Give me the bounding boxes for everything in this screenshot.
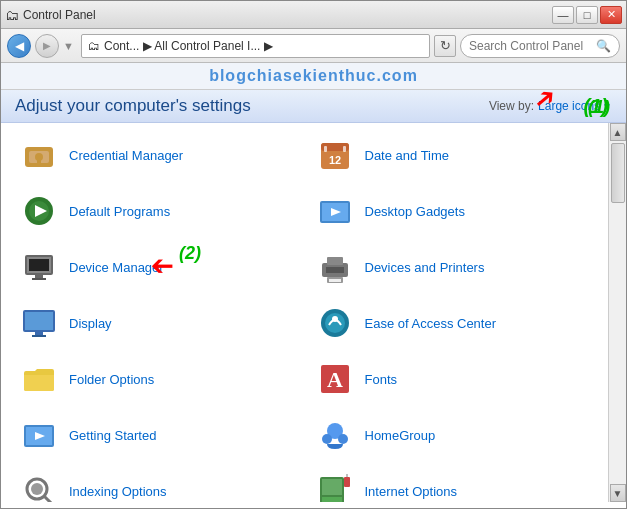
date-and-time-label: Date and Time xyxy=(365,148,450,163)
svg-point-39 xyxy=(338,434,348,444)
annotation-2-label: (2) xyxy=(179,243,201,264)
ease-of-access-center-icon xyxy=(315,303,355,343)
svg-rect-18 xyxy=(35,275,43,278)
svg-rect-3 xyxy=(37,159,41,164)
window-title: Control Panel xyxy=(23,8,96,22)
svg-rect-46 xyxy=(344,477,350,487)
maximize-button[interactable]: □ xyxy=(576,6,598,24)
window-icon: 🗂 xyxy=(5,7,19,23)
address-bar: ◀ ▶ ▼ 🗂 Cont... ▶ All Control Panel I...… xyxy=(1,29,626,63)
svg-rect-19 xyxy=(32,278,46,280)
desktop-gadgets-icon xyxy=(315,191,355,231)
devices-and-printers-label: Devices and Printers xyxy=(365,260,485,275)
device-manager-icon xyxy=(19,247,59,287)
svg-line-41 xyxy=(44,496,52,502)
cp-item-date-and-time[interactable]: 12Date and Time xyxy=(305,127,601,183)
scrollbar-thumb[interactable] xyxy=(611,143,625,203)
dropdown-arrow[interactable]: ▼ xyxy=(63,39,77,53)
cp-item-default-programs[interactable]: Default Programs xyxy=(9,183,305,239)
svg-rect-28 xyxy=(32,335,46,337)
svg-point-42 xyxy=(31,483,43,495)
breadcrumb[interactable]: 🗂 Cont... ▶ All Control Panel I... ▶ xyxy=(81,34,430,58)
svg-rect-21 xyxy=(326,267,344,273)
annotation-1-label: (1) xyxy=(588,97,610,118)
indexing-options-label: Indexing Options xyxy=(69,484,167,499)
breadcrumb-text: Cont... ▶ All Control Panel I... ▶ xyxy=(104,39,273,53)
homegroup-label: HomeGroup xyxy=(365,428,436,443)
svg-rect-45 xyxy=(322,497,342,502)
title-bar: 🗂 Control Panel — □ ✕ xyxy=(1,1,626,29)
search-input[interactable] xyxy=(469,39,592,53)
credential-manager-label: Credential Manager xyxy=(69,148,183,163)
display-icon xyxy=(19,303,59,343)
default-programs-icon xyxy=(19,191,59,231)
devices-and-printers-icon xyxy=(315,247,355,287)
close-button[interactable]: ✕ xyxy=(600,6,622,24)
svg-rect-6 xyxy=(324,146,327,152)
svg-text:A: A xyxy=(327,367,343,392)
main-content: Credential Manager12Date and TimeDefault… xyxy=(1,123,626,502)
svg-rect-17 xyxy=(29,259,49,271)
scrollbar-track: ▲ ▼ xyxy=(608,123,626,502)
minimize-button[interactable]: — xyxy=(552,6,574,24)
cp-item-desktop-gadgets[interactable]: Desktop Gadgets xyxy=(305,183,601,239)
indexing-options-icon xyxy=(19,471,59,502)
cp-item-credential-manager[interactable]: Credential Manager xyxy=(9,127,305,183)
panel-title: Adjust your computer's settings xyxy=(15,96,251,116)
svg-point-38 xyxy=(322,434,332,444)
refresh-button[interactable]: ↻ xyxy=(434,35,456,57)
homegroup-icon xyxy=(315,415,355,455)
credential-manager-icon xyxy=(19,135,59,175)
svg-point-31 xyxy=(332,316,338,322)
folder-options-icon xyxy=(19,359,59,399)
getting-started-label: Getting Started xyxy=(69,428,156,443)
date-and-time-icon: 12 xyxy=(315,135,355,175)
svg-rect-44 xyxy=(322,479,342,495)
folder-options-label: Folder Options xyxy=(69,372,154,387)
items-grid: Credential Manager12Date and TimeDefault… xyxy=(1,123,608,502)
title-bar-buttons: — □ ✕ xyxy=(552,6,622,24)
view-by-label: View by: xyxy=(489,99,534,113)
display-label: Display xyxy=(69,316,112,331)
svg-rect-27 xyxy=(35,332,43,335)
cp-item-devices-and-printers[interactable]: Devices and Printers xyxy=(305,239,601,295)
cp-item-indexing-options[interactable]: Indexing Options xyxy=(9,463,305,502)
cp-item-internet-options[interactable]: Internet Options xyxy=(305,463,601,502)
cp-item-getting-started[interactable]: Getting Started xyxy=(9,407,305,463)
desktop-gadgets-label: Desktop Gadgets xyxy=(365,204,465,219)
fonts-label: Fonts xyxy=(365,372,398,387)
cp-item-folder-options[interactable]: Folder Options xyxy=(9,351,305,407)
forward-button[interactable]: ▶ xyxy=(35,34,59,58)
svg-text:12: 12 xyxy=(328,154,340,166)
cp-item-ease-of-access-center[interactable]: Ease of Access Center xyxy=(305,295,601,351)
ease-of-access-center-label: Ease of Access Center xyxy=(365,316,497,331)
default-programs-label: Default Programs xyxy=(69,204,170,219)
getting-started-icon xyxy=(19,415,59,455)
cp-item-display[interactable]: Display xyxy=(9,295,305,351)
title-bar-left: 🗂 Control Panel xyxy=(5,7,96,23)
cp-item-homegroup[interactable]: HomeGroup xyxy=(305,407,601,463)
back-button[interactable]: ◀ xyxy=(7,34,31,58)
breadcrumb-icon: 🗂 xyxy=(88,39,100,53)
cp-item-fonts[interactable]: AFonts xyxy=(305,351,601,407)
svg-rect-26 xyxy=(25,312,53,330)
svg-rect-7 xyxy=(343,146,346,152)
scrollbar-down-button[interactable]: ▼ xyxy=(610,484,626,502)
fonts-icon: A xyxy=(315,359,355,399)
internet-options-icon xyxy=(315,471,355,502)
search-icon: 🔍 xyxy=(596,39,611,53)
svg-rect-22 xyxy=(327,257,343,265)
arrow-2-icon: ➔ xyxy=(151,249,174,282)
scrollbar-up-button[interactable]: ▲ xyxy=(610,123,626,141)
device-manager-label: Device Manager xyxy=(69,260,164,275)
watermark: blogchiasekienthuc.com xyxy=(1,63,626,90)
internet-options-label: Internet Options xyxy=(365,484,458,499)
svg-rect-24 xyxy=(329,279,341,282)
search-box[interactable]: 🔍 xyxy=(460,34,620,58)
